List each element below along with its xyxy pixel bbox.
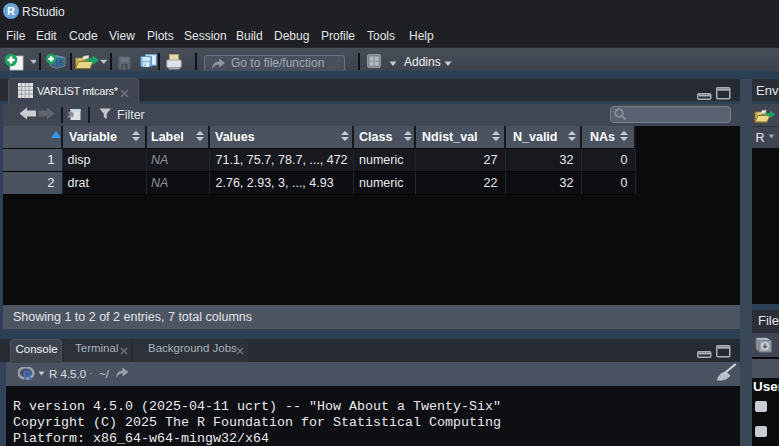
svg-text:R: R xyxy=(23,369,32,381)
